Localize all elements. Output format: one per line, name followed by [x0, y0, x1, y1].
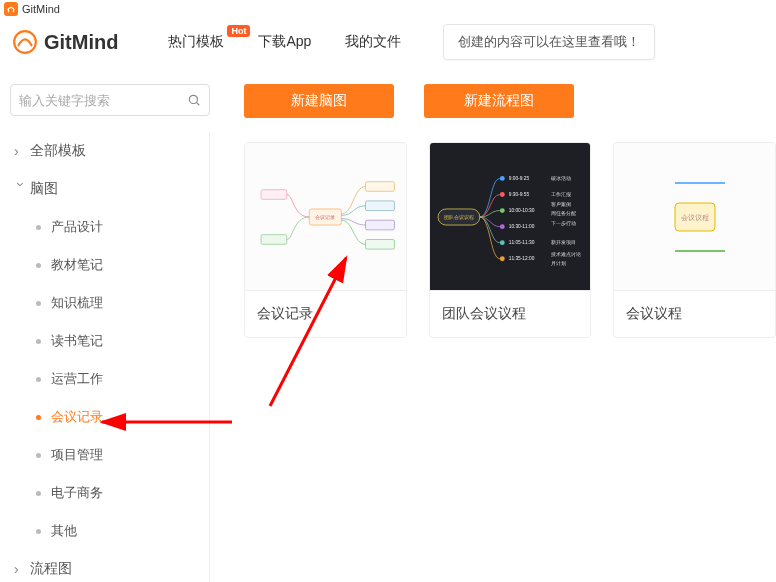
svg-point-15 [500, 192, 505, 197]
template-thumb: 会议记录 [245, 143, 406, 291]
nav-download-app[interactable]: 下载App [258, 33, 311, 51]
sidebar-item-knowledge[interactable]: 知识梳理 [30, 284, 209, 322]
svg-point-19 [500, 224, 505, 229]
sidebar-item-other[interactable]: 其他 [30, 512, 209, 550]
svg-text:团队会议议程: 团队会议议程 [444, 214, 474, 220]
sidebar-item-label: 流程图 [30, 560, 72, 578]
search-input[interactable] [19, 93, 187, 108]
sidebar-item-label: 脑图 [30, 180, 58, 198]
svg-text:周任务分配: 周任务分配 [550, 210, 575, 216]
hot-badge: Hot [227, 25, 250, 37]
chevron-right-icon: › [14, 561, 28, 577]
svg-text:技术难点讨论: 技术难点讨论 [549, 250, 580, 256]
svg-point-13 [500, 176, 505, 181]
chevron-down-icon: › [13, 182, 29, 196]
template-title: 会议记录 [245, 291, 406, 337]
header: GitMind 热门模板 Hot 下载App 我的文件 创建的内容可以在这里查看… [0, 18, 776, 66]
sidebar-item-textbook-notes[interactable]: 教材笔记 [30, 246, 209, 284]
sidebar-item-label: 电子商务 [51, 484, 103, 502]
main: 新建脑图 新建流程图 会议记录 [220, 66, 776, 582]
svg-point-23 [500, 256, 505, 261]
svg-text:客户案例: 客户案例 [550, 200, 570, 206]
sidebar-mindmap[interactable]: › 脑图 [10, 170, 209, 208]
brand-logo[interactable]: GitMind [12, 29, 118, 55]
sidebar-item-label: 运营工作 [51, 370, 103, 388]
svg-text:新开发项目: 新开发项目 [550, 239, 575, 245]
brand-name: GitMind [44, 31, 118, 54]
left-column: › 全部模板 › 脑图 产品设计 教材笔记 知识梳理 读书笔记 运营工作 会议记… [0, 66, 220, 582]
svg-text:下一步行动: 下一步行动 [550, 220, 575, 226]
sidebar-item-ecommerce[interactable]: 电子商务 [30, 474, 209, 512]
new-mindmap-button[interactable]: 新建脑图 [244, 84, 394, 118]
svg-text:会议议程: 会议议程 [681, 214, 709, 222]
sidebar-item-reading-notes[interactable]: 读书笔记 [30, 322, 209, 360]
svg-point-17 [500, 208, 505, 213]
template-card-meeting-records[interactable]: 会议记录 会议记录 [244, 142, 407, 338]
window-titlebar: GitMind [0, 0, 776, 18]
search-icon [187, 92, 201, 108]
svg-rect-10 [366, 239, 395, 249]
svg-text:会议记录: 会议记录 [315, 214, 335, 220]
template-cards: 会议记录 会议记录 [244, 142, 776, 338]
nav: 热门模板 Hot 下载App 我的文件 创建的内容可以在这里查看哦！ [168, 24, 655, 60]
svg-point-21 [500, 240, 505, 245]
svg-rect-9 [366, 220, 395, 230]
sidebar-item-label: 其他 [51, 522, 77, 540]
svg-line-2 [196, 102, 199, 105]
chevron-right-icon: › [14, 143, 28, 159]
svg-rect-8 [366, 200, 395, 210]
tip-text: 创建的内容可以在这里查看哦！ [458, 34, 640, 49]
svg-rect-7 [366, 181, 395, 191]
svg-rect-6 [261, 234, 287, 244]
svg-text:11:35-12:00: 11:35-12:00 [508, 256, 534, 261]
svg-text:月计划: 月计划 [550, 260, 565, 266]
sidebar-item-label: 项目管理 [51, 446, 103, 464]
svg-point-0 [14, 31, 36, 53]
svg-text:工作汇报: 工作汇报 [550, 191, 570, 197]
app-icon [4, 2, 18, 16]
nav-hot-templates[interactable]: 热门模板 Hot [168, 33, 224, 51]
sidebar-all-templates[interactable]: › 全部模板 [10, 132, 209, 170]
sidebar-item-meeting-records[interactable]: 会议记录 [30, 398, 209, 436]
nav-item-label: 我的文件 [345, 33, 401, 49]
sidebar-item-operations[interactable]: 运营工作 [30, 360, 209, 398]
brand-logo-icon [12, 29, 38, 55]
svg-rect-5 [261, 189, 287, 199]
nav-my-files[interactable]: 我的文件 [345, 33, 401, 51]
sidebar-tree: › 全部模板 › 脑图 产品设计 教材笔记 知识梳理 读书笔记 运营工作 会议记… [10, 132, 210, 582]
template-title: 团队会议议程 [430, 291, 591, 337]
template-thumb: 团队会议议程 9:00-9:25 9:30-9:55 10:00-10:30 1… [430, 143, 591, 291]
svg-text:9:00-9:25: 9:00-9:25 [508, 176, 529, 181]
sidebar-mindmap-children: 产品设计 教材笔记 知识梳理 读书笔记 运营工作 会议记录 项目管理 电子商务 … [10, 208, 209, 550]
window-title: GitMind [22, 3, 60, 15]
sidebar-item-label: 知识梳理 [51, 294, 103, 312]
sidebar-flowchart[interactable]: › 流程图 [10, 550, 209, 582]
svg-point-1 [189, 95, 197, 103]
search-box[interactable] [10, 84, 210, 116]
svg-text:11:05-11:30: 11:05-11:30 [508, 240, 534, 245]
svg-text:10:00-10:30: 10:00-10:30 [508, 208, 534, 213]
template-thumb: 会议议程 [614, 143, 775, 291]
new-flowchart-button[interactable]: 新建流程图 [424, 84, 574, 118]
template-card-team-agenda[interactable]: 团队会议议程 9:00-9:25 9:30-9:55 10:00-10:30 1… [429, 142, 592, 338]
sidebar-item-label: 全部模板 [30, 142, 86, 160]
sidebar-item-label: 会议记录 [51, 408, 103, 426]
svg-text:破冰活动: 破冰活动 [549, 175, 570, 181]
sidebar-item-label: 产品设计 [51, 218, 103, 236]
sidebar-item-label: 教材笔记 [51, 256, 103, 274]
sidebar-item-project-mgmt[interactable]: 项目管理 [30, 436, 209, 474]
template-title: 会议议程 [614, 291, 775, 337]
sidebar-item-label: 读书笔记 [51, 332, 103, 350]
nav-item-label: 下载App [258, 33, 311, 49]
svg-text:10:30-11:00: 10:30-11:00 [508, 224, 534, 229]
tip-callout: 创建的内容可以在这里查看哦！ [443, 24, 655, 60]
button-row: 新建脑图 新建流程图 [244, 84, 776, 118]
svg-text:9:30-9:55: 9:30-9:55 [508, 192, 529, 197]
content: › 全部模板 › 脑图 产品设计 教材笔记 知识梳理 读书笔记 运营工作 会议记… [0, 66, 776, 582]
template-card-meeting-agenda[interactable]: 会议议程 会议议程 [613, 142, 776, 338]
sidebar-item-product-design[interactable]: 产品设计 [30, 208, 209, 246]
nav-item-label: 热门模板 [168, 33, 224, 49]
